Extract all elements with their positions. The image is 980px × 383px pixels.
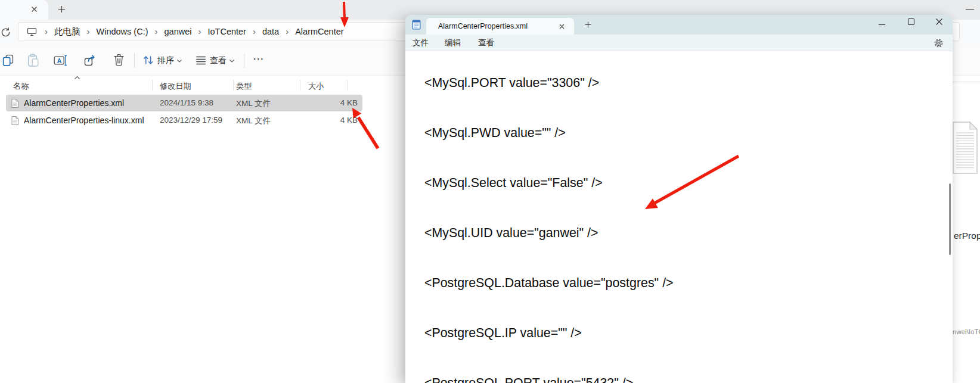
column-divider[interactable]	[233, 80, 234, 91]
maximize-icon[interactable]	[907, 18, 915, 26]
sort-button[interactable]: 排序	[157, 55, 174, 66]
view-icon	[196, 55, 206, 66]
notepad-app-icon	[411, 20, 421, 30]
file-size: 4 KB	[298, 116, 358, 124]
toolbar-divider	[244, 54, 244, 68]
close-icon[interactable]	[935, 18, 943, 26]
breadcrumb-data[interactable]: data	[262, 27, 279, 36]
share-icon[interactable]	[84, 54, 96, 66]
file-type: XML 文件	[236, 116, 271, 126]
column-divider[interactable]	[347, 80, 348, 91]
xml-content: <MySql.PORT value="3306" /> <MySql.PWD v…	[417, 51, 855, 383]
notepad-title-bar[interactable]: AlarmCenterProperties.xml	[405, 15, 953, 35]
column-header-type[interactable]: 类型	[236, 81, 252, 92]
menu-view[interactable]: 查看	[478, 35, 494, 51]
more-options-button[interactable]: ⋯	[253, 52, 265, 66]
preview-document-icon	[952, 121, 978, 175]
menu-edit[interactable]: 编辑	[445, 35, 461, 51]
copy-icon[interactable]	[2, 54, 14, 67]
breadcrumb-separator-icon: ›	[198, 26, 201, 36]
xml-line: <MySql.PWD value="" />	[417, 124, 855, 141]
xml-file-icon	[10, 98, 20, 108]
chevron-down-icon	[229, 59, 235, 63]
notepad-tab-title: AlarmCenterProperties.xml	[438, 18, 528, 35]
paste-icon[interactable]	[27, 54, 39, 67]
column-divider[interactable]	[300, 80, 300, 91]
preview-file-path-fragment: nwei\IoTC	[953, 328, 980, 335]
xml-line: <PostgreSQL.PORT value="5432" />	[417, 375, 855, 383]
xml-line: <MySql.Select value="False" />	[417, 175, 855, 191]
breadcrumb-iotcenter[interactable]: IoTCenter	[207, 27, 246, 36]
notepad-window: AlarmCenterProperties.xml 文件 编辑 查看 <MySq…	[405, 15, 953, 383]
delete-icon[interactable]	[113, 54, 125, 66]
breadcrumb-separator-icon: ›	[253, 26, 256, 36]
preview-file-name-fragment: erProp	[954, 231, 980, 241]
sort-ascending-caret-icon	[74, 76, 80, 80]
file-list-header: 名称 修改日期 类型 大小	[0, 77, 382, 94]
breadcrumb-separator-icon: ›	[87, 26, 90, 36]
explorer-tab[interactable]	[0, 0, 48, 20]
breadcrumb-ganwei[interactable]: ganwei	[165, 27, 192, 36]
file-row[interactable]: AlarmCenterProperties-linux.xml 2023/12/…	[6, 112, 362, 129]
file-size: 4 KB	[298, 98, 358, 107]
xml-line: <MySql.PORT value="3306" />	[417, 74, 855, 91]
toolbar-divider	[134, 54, 135, 68]
menu-file[interactable]: 文件	[413, 35, 429, 51]
settings-gear-icon[interactable]	[934, 38, 944, 48]
breadcrumb-this-pc[interactable]: 此电脑	[54, 26, 80, 38]
column-header-name[interactable]: 名称	[13, 81, 29, 92]
preview-pane-divider	[953, 82, 980, 82]
file-date: 2024/1/15 9:38	[160, 98, 213, 107]
notepad-menu-bar: 文件 编辑 查看	[405, 35, 953, 51]
rename-icon[interactable]: A	[54, 55, 67, 66]
file-date: 2023/12/29 17:59	[160, 116, 222, 124]
this-pc-icon	[27, 27, 37, 36]
view-button[interactable]: 查看	[210, 55, 227, 66]
notepad-new-tab-icon[interactable]	[584, 21, 592, 29]
file-name: AlarmCenterProperties-linux.xml	[24, 116, 144, 125]
column-header-size[interactable]: 大小	[308, 81, 324, 92]
notepad-text-area[interactable]: <MySql.PORT value="3306" /> <MySql.PWD v…	[405, 51, 953, 383]
screen: › 此电脑 › Windows (C:) › ganwei › IoTCente…	[0, 0, 980, 383]
explorer-new-tab-icon[interactable]	[57, 5, 66, 14]
sort-icon	[143, 55, 154, 66]
notepad-scrollbar-thumb[interactable]	[949, 183, 951, 255]
xml-line: <PostgreSQL.Database value="postgres" />	[417, 275, 855, 291]
breadcrumb-drive-c[interactable]: Windows (C:)	[97, 27, 148, 36]
xml-line: <MySql.UID value="ganwei" />	[417, 225, 855, 241]
svg-text:A: A	[57, 58, 62, 64]
breadcrumb-separator-icon: ›	[155, 26, 158, 36]
file-type: XML 文件	[236, 98, 271, 109]
chevron-down-icon	[176, 59, 182, 63]
file-name: AlarmCenterProperties.xml	[24, 98, 124, 108]
minimize-icon[interactable]	[878, 21, 886, 29]
refresh-icon[interactable]	[0, 27, 11, 38]
column-divider[interactable]	[152, 80, 153, 91]
notepad-tab-close-icon[interactable]	[559, 23, 565, 30]
xml-file-icon	[10, 116, 20, 126]
file-row-selected[interactable]: AlarmCenterProperties.xml 2024/1/15 9:38…	[6, 95, 362, 111]
explorer-tab-close-icon[interactable]	[30, 5, 39, 14]
breadcrumb-separator-icon: ›	[286, 26, 289, 36]
breadcrumb-alarmcenter[interactable]: AlarmCenter	[295, 27, 343, 36]
notepad-tab[interactable]: AlarmCenterProperties.xml	[426, 18, 574, 35]
xml-line: <PostgreSQL.IP value="" />	[417, 325, 855, 341]
explorer-minimize-icon[interactable]	[966, 9, 974, 10]
breadcrumb-separator-icon: ›	[45, 26, 48, 36]
column-header-date[interactable]: 修改日期	[160, 81, 191, 92]
